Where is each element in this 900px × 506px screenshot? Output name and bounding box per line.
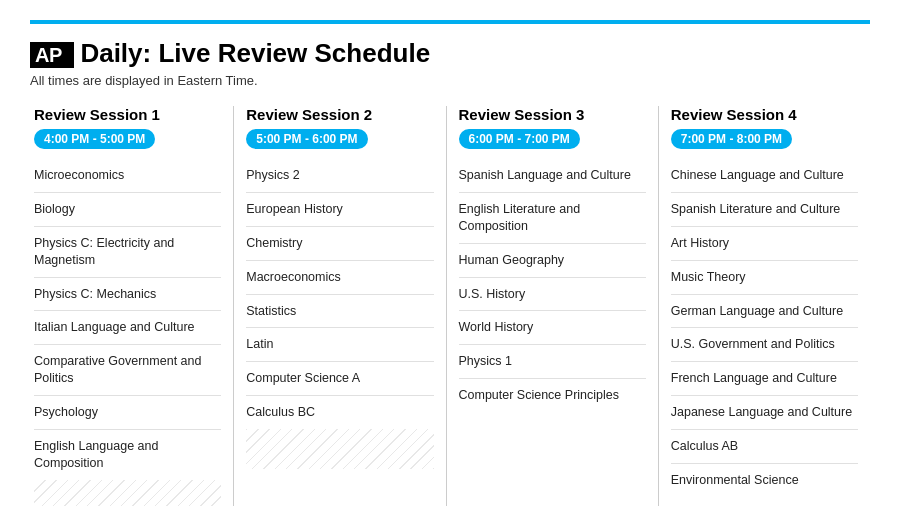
course-list-3: Spanish Language and CultureEnglish Lite…	[459, 159, 646, 412]
list-item: Statistics	[246, 295, 433, 329]
list-item: French Language and Culture	[671, 362, 858, 396]
list-item: Computer Science Principles	[459, 379, 646, 412]
column-session1: Review Session 14:00 PM - 5:00 PMMicroec…	[30, 106, 234, 506]
hatch-area-2	[246, 429, 433, 469]
list-item: Music Theory	[671, 261, 858, 295]
session-header-1: Review Session 1	[34, 106, 221, 123]
list-item: Italian Language and Culture	[34, 311, 221, 345]
list-item: World History	[459, 311, 646, 345]
list-item: English Literature and Composition	[459, 193, 646, 244]
time-badge-3: 6:00 PM - 7:00 PM	[459, 129, 580, 149]
list-item: Spanish Language and Culture	[459, 159, 646, 193]
list-item: Computer Science A	[246, 362, 433, 396]
course-list-4: Chinese Language and CultureSpanish Lite…	[671, 159, 858, 497]
list-item: Biology	[34, 193, 221, 227]
main-title: Daily: Live Review Schedule	[80, 38, 430, 69]
list-item: Macroeconomics	[246, 261, 433, 295]
list-item: Chinese Language and Culture	[671, 159, 858, 193]
subtitle: All times are displayed in Eastern Time.	[30, 73, 870, 88]
list-item: Physics 1	[459, 345, 646, 379]
list-item: Psychology	[34, 396, 221, 430]
list-item: English Language and Composition	[34, 430, 221, 480]
list-item: Human Geography	[459, 244, 646, 278]
list-item: German Language and Culture	[671, 295, 858, 329]
list-item: Calculus AB	[671, 430, 858, 464]
column-session2: Review Session 25:00 PM - 6:00 PMPhysics…	[234, 106, 446, 506]
list-item: Art History	[671, 227, 858, 261]
title-row: AP® Daily: Live Review Schedule	[30, 38, 870, 69]
list-item: Calculus BC	[246, 396, 433, 429]
list-item: Physics C: Electricity and Magnetism	[34, 227, 221, 278]
list-item: Microeconomics	[34, 159, 221, 193]
time-badge-1: 4:00 PM - 5:00 PM	[34, 129, 155, 149]
course-list-2: Physics 2European HistoryChemistryMacroe…	[246, 159, 433, 429]
columns-container: Review Session 14:00 PM - 5:00 PMMicroec…	[30, 106, 870, 506]
list-item: Physics C: Mechanics	[34, 278, 221, 312]
list-item: Spanish Literature and Culture	[671, 193, 858, 227]
list-item: Chemistry	[246, 227, 433, 261]
list-item: European History	[246, 193, 433, 227]
time-badge-2: 5:00 PM - 6:00 PM	[246, 129, 367, 149]
list-item: Comparative Government and Politics	[34, 345, 221, 396]
session-header-2: Review Session 2	[246, 106, 433, 123]
ap-badge: AP®	[30, 42, 74, 68]
session-header-4: Review Session 4	[671, 106, 858, 123]
hatch-area-1	[34, 480, 221, 506]
session-header-3: Review Session 3	[459, 106, 646, 123]
course-list-1: MicroeconomicsBiologyPhysics C: Electric…	[34, 159, 221, 480]
list-item: Environmental Science	[671, 464, 858, 497]
list-item: U.S. Government and Politics	[671, 328, 858, 362]
list-item: Physics 2	[246, 159, 433, 193]
header-bar	[30, 20, 870, 24]
column-session3: Review Session 36:00 PM - 7:00 PMSpanish…	[447, 106, 659, 506]
list-item: Latin	[246, 328, 433, 362]
list-item: Japanese Language and Culture	[671, 396, 858, 430]
time-badge-4: 7:00 PM - 8:00 PM	[671, 129, 792, 149]
column-session4: Review Session 47:00 PM - 8:00 PMChinese…	[659, 106, 870, 506]
list-item: U.S. History	[459, 278, 646, 312]
